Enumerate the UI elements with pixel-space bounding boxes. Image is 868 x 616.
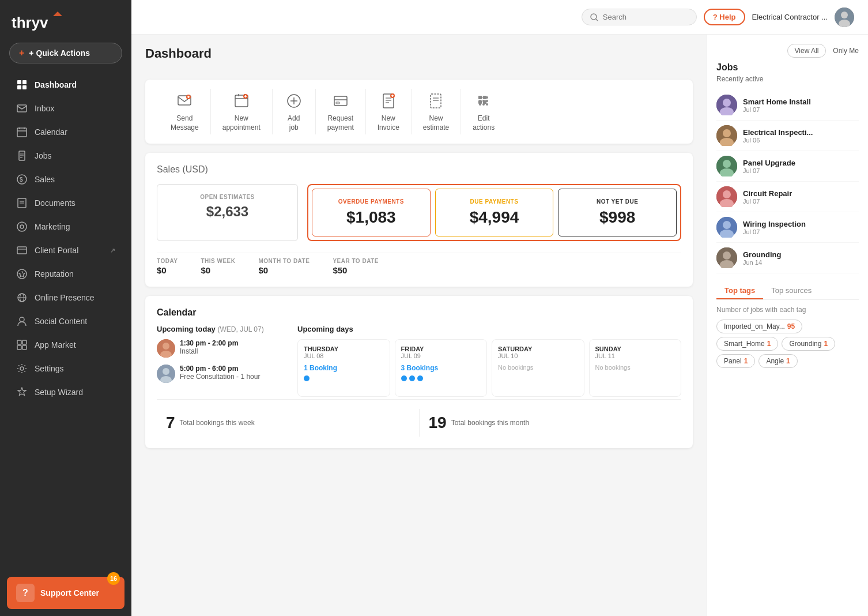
view-all-button[interactable]: View All: [787, 44, 827, 58]
stat-label: TODAY: [157, 258, 178, 264]
tag-item[interactable]: Grounding 1: [782, 337, 835, 351]
sidebar-item-label: Online Presence: [35, 293, 95, 302]
sidebar-item-documents[interactable]: Documents: [5, 191, 127, 215]
support-label: Support Center: [40, 588, 99, 598]
reputation-icon: [16, 268, 28, 280]
sidebar-item-app-market[interactable]: App Market: [5, 333, 127, 356]
sidebar-item-online-presence[interactable]: Online Presence: [5, 286, 127, 309]
sidebar-item-marketing[interactable]: Marketing: [5, 215, 127, 238]
page-title: Dashboard: [145, 46, 212, 61]
svg-point-76: [482, 100, 485, 102]
sidebar-item-dashboard[interactable]: Dashboard: [5, 73, 127, 96]
overdue-payments-card[interactable]: OVERDUE PAYMENTS $1,083: [312, 189, 431, 236]
due-payments-card[interactable]: DUE PAYMENTS $4,994: [435, 189, 554, 236]
action-edit-actions[interactable]: Editactions: [461, 89, 506, 134]
inbox-icon: [16, 103, 28, 114]
stat-label: YEAR TO DATE: [333, 258, 379, 264]
stat-year-to-date: YEAR TO DATE $50: [333, 258, 379, 275]
sidebar-item-label: Reputation: [35, 269, 74, 279]
sidebar-item-social-content[interactable]: Social Content: [5, 310, 127, 333]
svg-point-20: [17, 222, 27, 231]
action-send-message[interactable]: SendMessage: [159, 89, 211, 134]
tags-description: Number of jobs with each tag: [716, 306, 859, 314]
action-bar: SendMessage Newappointment Addjob: [145, 80, 693, 144]
job-item[interactable]: Smart Home Install Jul 07: [716, 90, 859, 121]
job-name: Panel Upgrade: [743, 159, 795, 167]
svg-point-82: [163, 343, 169, 350]
stat-month-to-date: MONTH TO DATE $0: [258, 258, 310, 275]
svg-point-103: [723, 251, 731, 260]
sidebar-item-label: Dashboard: [35, 80, 77, 89]
action-new-appointment[interactable]: Newappointment: [211, 89, 273, 134]
job-info: Smart Home Install Jul 07: [743, 97, 811, 113]
svg-point-37: [841, 12, 848, 18]
sidebar-item-label: Marketing: [35, 222, 70, 231]
job-item[interactable]: Grounding Jun 14: [716, 243, 859, 273]
svg-point-28: [20, 317, 24, 322]
svg-rect-55: [336, 102, 339, 104]
sidebar-item-setup-wizard[interactable]: Setup Wizard: [5, 381, 127, 404]
sidebar-item-sales[interactable]: $ Sales: [5, 168, 127, 191]
sidebar-item-label: Setup Wizard: [35, 388, 83, 397]
job-info: Wiring Inspection Jul 07: [743, 220, 806, 235]
client-portal-icon: [16, 245, 28, 256]
sidebar-item-label: Social Content: [35, 317, 87, 326]
booking-dot: [304, 375, 310, 381]
search-box[interactable]: [582, 9, 697, 25]
edit-actions-icon: [474, 91, 493, 111]
tag-item[interactable]: Panel 1: [716, 354, 755, 368]
action-new-estimate[interactable]: Newestimate: [412, 89, 461, 134]
job-item[interactable]: Panel Upgrade Jul 07: [716, 151, 859, 182]
open-estimates-card[interactable]: OPEN ESTIMATES $2,633: [157, 184, 298, 241]
day-date: JUL 09: [401, 352, 481, 359]
day-card-sunday[interactable]: SUNDAY JUL 11 No bookings: [589, 339, 682, 397]
overdue-label: OVERDUE PAYMENTS: [322, 198, 421, 205]
sidebar-item-jobs[interactable]: Jobs: [5, 144, 127, 167]
event-name: Free Consultation - 1 hour: [180, 373, 260, 381]
action-label: Addjob: [288, 114, 300, 132]
only-me-button[interactable]: Only Me: [833, 44, 859, 58]
job-item[interactable]: Electrical Inspecti... Jul 06: [716, 121, 859, 151]
sidebar-item-inbox[interactable]: Inbox: [5, 97, 127, 120]
calendar-content: Upcoming today (WED, JUL 07) 1:30 pm - 2…: [157, 325, 681, 397]
calendar-title: Calendar: [157, 307, 681, 318]
tab-top-tags[interactable]: Top tags: [716, 283, 763, 299]
tags-tabs: Top tags Top sources: [716, 283, 859, 300]
sidebar-item-reputation[interactable]: Reputation: [5, 262, 127, 286]
sidebar-item-settings[interactable]: Settings: [5, 357, 127, 380]
sidebar-item-client-portal[interactable]: Client Portal ↗: [5, 239, 127, 262]
action-new-invoice[interactable]: NewInvoice: [366, 89, 412, 134]
day-card-saturday[interactable]: SATURDAY JUL 10 No bookings: [492, 339, 584, 397]
job-avatar: [716, 125, 737, 146]
tag-item[interactable]: Angie 1: [758, 354, 797, 368]
new-appointment-icon: [232, 91, 251, 111]
search-input[interactable]: [603, 13, 684, 21]
job-item[interactable]: Wiring Inspection Jul 07: [716, 212, 859, 243]
svg-point-75: [479, 100, 481, 102]
upcoming-today-label: Upcoming today (WED, JUL 07): [157, 325, 284, 333]
send-message-icon: [175, 91, 194, 111]
job-item[interactable]: Circuit Repair Jul 07: [716, 182, 859, 212]
job-info: Circuit Repair Jul 07: [743, 189, 792, 205]
tag-item[interactable]: Smart_Home 1: [716, 337, 778, 351]
day-card-friday[interactable]: FRIDAY JUL 09 3 Bookings: [395, 339, 488, 397]
action-add-job[interactable]: Addjob: [273, 89, 316, 134]
action-label: Editactions: [473, 114, 495, 132]
help-button[interactable]: ? Help: [704, 9, 745, 25]
action-request-payment[interactable]: Requestpayment: [316, 89, 366, 134]
stat-label: THIS WEEK: [201, 258, 235, 264]
not-yet-due-card[interactable]: NOT YET DUE $998: [558, 189, 677, 236]
tab-top-sources[interactable]: Top sources: [763, 283, 820, 299]
job-name: Wiring Inspection: [743, 220, 806, 228]
stat-label: MONTH TO DATE: [258, 258, 310, 264]
job-name: Smart Home Install: [743, 97, 811, 106]
job-avatar: [716, 156, 737, 176]
support-center-button[interactable]: 16 ? Support Center: [7, 577, 124, 609]
tag-item[interactable]: Imported_on_May... 95: [716, 320, 802, 333]
quick-actions-button[interactable]: + + Quick Actions: [9, 43, 122, 63]
jobs-title: Jobs: [716, 62, 859, 73]
sidebar-footer: 16 ? Support Center: [0, 570, 131, 616]
week-total: 7: [166, 414, 175, 432]
day-card-thursday[interactable]: THURSDAY JUL 08 1 Booking: [297, 339, 390, 397]
sidebar-item-calendar[interactable]: Calendar: [5, 121, 127, 144]
